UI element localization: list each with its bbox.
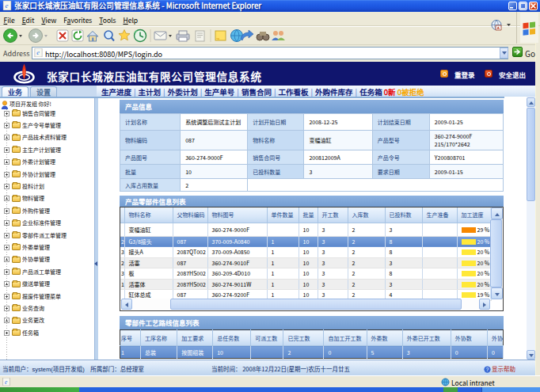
svg-text:e: e: [6, 2, 9, 10]
svg-text:?: ?: [486, 366, 489, 371]
svg-text:e: e: [36, 49, 40, 56]
